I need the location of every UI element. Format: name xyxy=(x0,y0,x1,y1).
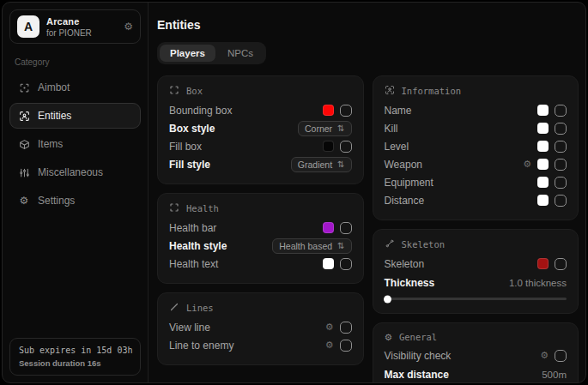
setting-row-weapon: Weapon ⚙ xyxy=(385,155,567,173)
setting-row-health-text: Health text xyxy=(169,255,352,273)
information-card: Information Name Kill xyxy=(373,75,579,220)
skeleton-card: Skeleton Skeleton Thickness 1.0 thicknes… xyxy=(373,229,579,314)
tab-npcs[interactable]: NPCs xyxy=(217,45,264,62)
color-swatch[interactable] xyxy=(537,195,549,206)
thickness-value: 1.0 thickness xyxy=(509,278,567,288)
brand-logo: A xyxy=(17,15,39,38)
right-column: Information Name Kill xyxy=(373,75,579,382)
thickness-slider-header: Thickness 1.0 thickness xyxy=(385,274,567,292)
general-card-header: ⚙ General xyxy=(385,332,567,342)
toggle-checkbox[interactable] xyxy=(555,177,567,189)
color-swatch[interactable] xyxy=(323,105,334,116)
row-settings-gear-icon[interactable]: ⚙ xyxy=(325,340,334,350)
sidebar-item-aimbot[interactable]: Aimbot xyxy=(9,75,141,100)
general-card: ⚙ General Visibility check ⚙ Max distanc… xyxy=(373,322,579,382)
tab-players[interactable]: Players xyxy=(160,45,215,62)
row-settings-gear-icon[interactable]: ⚙ xyxy=(523,159,531,169)
sidebar-item-label: Items xyxy=(38,138,63,150)
gear-icon: ⚙ xyxy=(18,195,30,207)
row-settings-gear-icon[interactable]: ⚙ xyxy=(540,351,549,360)
setting-row-line-to-enemy: Line to enemy ⚙ xyxy=(169,336,352,354)
color-swatch[interactable] xyxy=(537,177,549,188)
brand-header: A Arcane for PIONER ⚙ xyxy=(9,9,141,44)
left-column: Box Bounding box Box style Corner ⇅ xyxy=(157,75,364,365)
cube-icon xyxy=(18,138,30,150)
frame-corners-icon xyxy=(169,202,179,214)
toggle-checkbox[interactable] xyxy=(340,322,352,334)
setting-row-name: Name xyxy=(385,101,567,119)
brand-settings-icon[interactable]: ⚙ xyxy=(124,21,133,32)
gear-icon: ⚙ xyxy=(385,333,392,342)
app-window: A Arcane for PIONER ⚙ Category Aimbot En… xyxy=(2,2,586,383)
page-title: Entities xyxy=(157,18,579,32)
toggle-checkbox[interactable] xyxy=(555,195,567,207)
toggle-checkbox[interactable] xyxy=(555,123,567,135)
setting-row-fill-style: Fill style Gradient ⇅ xyxy=(169,155,352,173)
max-distance-slider-header: Max distance 500m xyxy=(385,366,567,382)
toggle-checkbox[interactable] xyxy=(555,159,567,171)
toggle-checkbox[interactable] xyxy=(555,105,567,117)
toggle-checkbox[interactable] xyxy=(340,258,352,270)
sub-expiry-text: Sub expires in 15d 03h xyxy=(19,346,131,355)
color-swatch[interactable] xyxy=(323,141,334,152)
chevron-updown-icon: ⇅ xyxy=(337,242,344,250)
color-swatch[interactable] xyxy=(537,258,549,269)
color-swatch[interactable] xyxy=(323,222,334,233)
max-distance-value: 500m xyxy=(542,370,567,380)
toggle-checkbox[interactable] xyxy=(555,350,567,362)
thickness-slider[interactable] xyxy=(385,298,567,300)
fill-style-dropdown[interactable]: Gradient ⇅ xyxy=(291,157,352,172)
sidebar-item-items[interactable]: Items xyxy=(9,131,141,157)
toggle-checkbox[interactable] xyxy=(555,258,567,270)
card-title: Lines xyxy=(186,303,214,313)
frame-corners-icon xyxy=(169,85,179,97)
sidebar-item-miscellaneous[interactable]: Miscellaneous xyxy=(9,159,141,185)
setting-row-equipment: Equipment xyxy=(385,173,567,191)
setting-row-kill: Kill xyxy=(385,119,567,137)
row-settings-gear-icon[interactable]: ⚙ xyxy=(325,322,334,332)
lines-card-header: Lines xyxy=(169,302,352,314)
tab-bar: Players NPCs xyxy=(157,42,266,64)
box-card: Box Bounding box Box style Corner ⇅ xyxy=(157,75,364,184)
setting-row-bounding-box: Bounding box xyxy=(169,101,352,119)
brand-name: Arcane xyxy=(46,16,92,27)
subscription-info: Sub expires in 15d 03h Session duration … xyxy=(9,338,141,376)
color-swatch[interactable] xyxy=(537,123,549,134)
chevron-updown-icon: ⇅ xyxy=(337,124,344,133)
setting-row-skeleton: Skeleton xyxy=(385,255,567,273)
color-swatch[interactable] xyxy=(537,159,549,170)
toggle-checkbox[interactable] xyxy=(340,340,352,352)
toggle-checkbox[interactable] xyxy=(340,105,352,117)
card-title: General xyxy=(399,332,437,342)
setting-row-level: Level xyxy=(385,137,567,155)
slider-thumb[interactable] xyxy=(384,295,391,303)
setting-row-box-style: Box style Corner ⇅ xyxy=(169,119,352,137)
setting-row-fill-box: Fill box xyxy=(169,137,352,155)
lines-card: Lines View line ⚙ Line to enemy ⚙ xyxy=(157,292,364,365)
setting-row-health-bar: Health bar xyxy=(169,219,352,237)
health-style-dropdown[interactable]: Health based ⇅ xyxy=(272,238,351,254)
card-title: Box xyxy=(186,86,203,96)
person-scan-icon xyxy=(385,85,395,97)
box-style-dropdown[interactable]: Corner ⇅ xyxy=(298,121,352,136)
color-swatch[interactable] xyxy=(537,141,549,152)
sidebar-item-label: Miscellaneous xyxy=(38,166,103,178)
sidebar-item-label: Aimbot xyxy=(38,81,70,93)
category-label: Category xyxy=(15,57,136,67)
setting-row-visibility-check: Visibility check ⚙ xyxy=(385,346,567,364)
sidebar-nav: Aimbot Entities Items Miscellaneous xyxy=(9,72,141,214)
entities-icon xyxy=(18,110,30,122)
color-swatch[interactable] xyxy=(537,105,549,116)
toggle-checkbox[interactable] xyxy=(555,141,567,153)
color-swatch[interactable] xyxy=(323,258,334,269)
toggle-checkbox[interactable] xyxy=(340,141,352,153)
crosshair-icon xyxy=(18,81,30,93)
health-card-header: Health xyxy=(169,202,352,214)
setting-row-distance: Distance xyxy=(385,191,567,209)
toggle-checkbox[interactable] xyxy=(340,222,352,234)
sidebar-item-settings[interactable]: ⚙ Settings xyxy=(9,188,141,214)
sidebar-item-entities[interactable]: Entities xyxy=(9,103,141,129)
skeleton-card-header: Skeleton xyxy=(385,238,567,250)
sidebar: A Arcane for PIONER ⚙ Category Aimbot En… xyxy=(3,3,149,382)
brand-text: Arcane for PIONER xyxy=(46,16,92,38)
